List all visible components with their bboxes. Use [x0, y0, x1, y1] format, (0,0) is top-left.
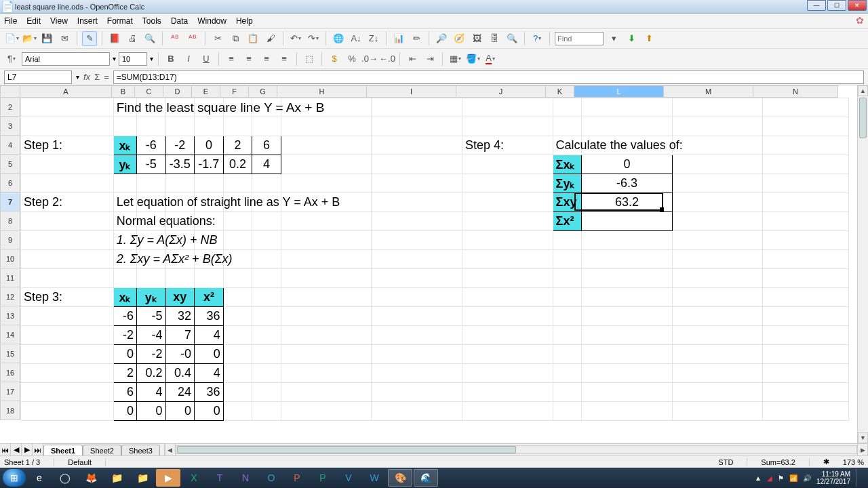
bgcolor-button[interactable]: 🪣 [465, 52, 480, 66]
horizontal-scrollbar[interactable]: ◀ ▶ [164, 444, 868, 455]
update-icon[interactable]: ✿ [856, 15, 864, 26]
taskbar-paint[interactable]: 🎨 [388, 469, 412, 487]
underline-button[interactable]: U [199, 52, 214, 66]
font-name-input[interactable] [22, 52, 110, 66]
tab-first[interactable]: ⏮ [0, 444, 11, 455]
save-button[interactable]: 💾 [39, 31, 54, 46]
font-size-input[interactable] [119, 52, 147, 66]
menu-insert[interactable]: Insert [77, 16, 98, 26]
copy-button[interactable]: ⧉ [228, 31, 243, 46]
taskbar-folder[interactable]: 📁 [130, 469, 155, 487]
taskbar-explorer[interactable]: 📁 [104, 469, 129, 487]
taskbar-ie[interactable]: e [27, 469, 52, 487]
menu-help[interactable]: Help [236, 16, 253, 26]
find-prev-button[interactable]: ⬆ [642, 31, 656, 46]
sort-asc-button[interactable]: A↓ [349, 31, 363, 46]
font-size-dd[interactable]: ▾ [150, 55, 153, 62]
add-decimal-button[interactable]: .0→ [362, 52, 377, 66]
rowhead-11[interactable]: 11 [0, 268, 20, 287]
font-name-dd[interactable]: ▾ [113, 55, 116, 62]
align-right-button[interactable]: ≡ [259, 52, 274, 66]
hscroll-right[interactable]: ▶ [857, 444, 868, 455]
start-button[interactable]: ⊞ [3, 469, 26, 487]
align-left-button[interactable]: ≡ [224, 52, 239, 66]
colhead-B[interactable]: B [112, 85, 135, 98]
new-button[interactable]: 📄 [4, 31, 19, 46]
taskbar-powerpoint[interactable]: P [285, 469, 309, 487]
rowhead-15[interactable]: 15 [0, 344, 20, 363]
colhead-C[interactable]: C [135, 85, 163, 98]
vscroll-up[interactable]: ▲ [858, 85, 868, 96]
borders-button[interactable]: ▦ [448, 52, 462, 66]
vscroll-thumb[interactable] [859, 98, 867, 138]
tab-next[interactable]: ▶ [22, 444, 33, 455]
taskbar-firefox[interactable]: 🦊 [79, 469, 103, 487]
inc-indent-button[interactable]: ⇥ [422, 52, 437, 66]
name-box[interactable] [4, 70, 72, 84]
zoom-button[interactable]: 🔍 [505, 31, 519, 46]
bold-button[interactable]: B [163, 52, 178, 66]
rowhead-5[interactable]: 5 [0, 155, 20, 174]
rowhead-7[interactable]: 7 [0, 192, 20, 211]
preview-button[interactable]: 🔍 [142, 31, 157, 46]
find-next-button[interactable]: ⬇ [624, 31, 639, 46]
gallery-button[interactable]: 🖼 [469, 31, 484, 46]
function-button[interactable]: = [104, 72, 109, 82]
align-justify-button[interactable]: ≡ [277, 52, 292, 66]
menu-tools[interactable]: Tools [142, 16, 161, 26]
find-replace-button[interactable]: 🔎 [434, 31, 449, 46]
del-decimal-button[interactable]: ←.0 [380, 52, 395, 66]
redo-button[interactable]: ↷ [306, 31, 321, 46]
colhead-I[interactable]: I [367, 85, 456, 98]
taskbar-publisher[interactable]: P [311, 469, 335, 487]
menu-window[interactable]: Window [197, 16, 226, 26]
taskbar-visio[interactable]: V [336, 469, 361, 487]
tab-prev[interactable]: ◀ [11, 444, 22, 455]
vertical-scrollbar[interactable]: ▲ ▼ [857, 85, 868, 443]
taskbar-word[interactable]: W [362, 469, 387, 487]
taskbar-excel[interactable]: X [182, 469, 206, 487]
rowhead-3[interactable]: 3 [0, 117, 20, 136]
rowhead-12[interactable]: 12 [0, 287, 20, 306]
currency-button[interactable]: $ [327, 52, 342, 66]
sum-button[interactable]: Σ [94, 72, 100, 82]
percent-button[interactable]: % [344, 52, 359, 66]
colhead-N[interactable]: N [753, 85, 838, 98]
menu-data[interactable]: Data [171, 16, 188, 26]
menu-edit[interactable]: Edit [26, 16, 41, 26]
tray-network-icon[interactable]: 📶 [789, 474, 797, 482]
tray-up-icon[interactable]: ▲ [755, 474, 762, 482]
undo-button[interactable]: ↶ [288, 31, 303, 46]
hyperlink-button[interactable]: 🌐 [331, 31, 346, 46]
select-all-corner[interactable] [0, 85, 20, 98]
minimize-button[interactable]: — [807, 0, 826, 11]
formula-input[interactable] [113, 70, 864, 84]
colhead-L[interactable]: L [574, 85, 664, 98]
datasources-button[interactable]: 🗄 [487, 31, 502, 46]
align-center-button[interactable]: ≡ [241, 52, 256, 66]
autocheck-button[interactable]: ᴬᴮ [185, 31, 200, 46]
menu-format[interactable]: Format [107, 16, 133, 26]
colhead-K[interactable]: K [546, 85, 574, 98]
cells-area[interactable]: Find the least square line Y = Ax + BSte… [20, 98, 857, 443]
navigator-button[interactable]: 🧭 [452, 31, 467, 46]
rowhead-17[interactable]: 17 [0, 382, 20, 401]
rowhead-6[interactable]: 6 [0, 174, 20, 192]
menu-view[interactable]: View [50, 16, 68, 26]
paste-button[interactable]: 📋 [245, 31, 260, 46]
cut-button[interactable]: ✂ [210, 31, 225, 46]
print-button[interactable]: 🖨 [125, 31, 140, 46]
status-mode[interactable]: STD [718, 458, 747, 466]
rowhead-14[interactable]: 14 [0, 325, 20, 344]
status-sum[interactable]: Sum=63.2 [761, 458, 809, 466]
taskbar-media[interactable]: ▶ [156, 469, 180, 487]
edit-file-button[interactable]: ✎ [82, 31, 97, 46]
show-draw-button[interactable]: ✏ [409, 31, 424, 46]
rowhead-10[interactable]: 10 [0, 249, 20, 268]
colhead-G[interactable]: G [249, 85, 277, 98]
rowhead-16[interactable]: 16 [0, 363, 20, 382]
fontcolor-button[interactable]: A [483, 52, 498, 66]
tray-shield-icon[interactable]: ◢ [767, 474, 772, 482]
colhead-H[interactable]: H [277, 85, 367, 98]
function-wizard-button[interactable]: fx [83, 72, 90, 82]
